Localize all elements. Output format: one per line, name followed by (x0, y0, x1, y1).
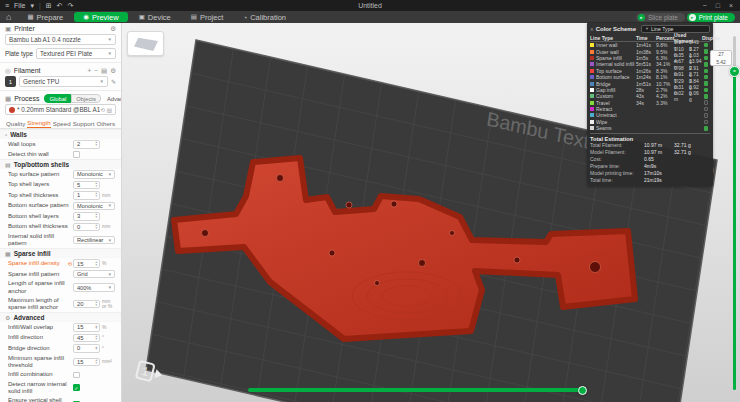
redo-icon[interactable]: ↷ (67, 2, 73, 10)
setting-checkbox[interactable]: ✓ (73, 384, 80, 391)
display-checkbox[interactable] (704, 62, 709, 67)
stepper-arrows-icon[interactable]: ▲▼ (95, 346, 98, 352)
setting-input[interactable]: 1▲▼ (73, 191, 100, 200)
line-type-name: Top surface (596, 68, 636, 74)
stepper-arrows-icon[interactable]: ▲▼ (95, 335, 98, 341)
display-checkbox[interactable] (704, 94, 709, 99)
print-plate-button[interactable]: ▸ Print plate (687, 13, 735, 23)
stepper-arrows-icon[interactable]: ▲▼ (95, 325, 98, 331)
save-icon[interactable]: ⊞ (46, 2, 52, 10)
setting-checkbox[interactable] (73, 151, 80, 158)
stepper-arrows-icon[interactable]: ▲▼ (95, 301, 98, 307)
display-checkbox[interactable] (704, 81, 709, 86)
line-type-percent: 6.3% (656, 55, 674, 61)
setting-select[interactable]: 400%▼ (73, 283, 115, 292)
process-mode-global[interactable]: Global (44, 94, 71, 103)
setting-input[interactable]: 0▲▼ (73, 344, 100, 353)
stepper-arrows-icon[interactable]: ▲▼ (95, 182, 98, 188)
tab-calibration[interactable]: ◔Calibration (234, 12, 295, 22)
process-tab-others[interactable]: Others (96, 120, 115, 128)
step-slider-track[interactable] (248, 388, 586, 392)
setting-input[interactable]: 20▲▼ (73, 300, 100, 309)
stepper-arrows-icon[interactable]: ▲▼ (95, 192, 98, 198)
printer-settings-gear-icon[interactable]: ⚙ (110, 25, 116, 33)
display-checkbox[interactable] (704, 49, 709, 54)
process-preset-select[interactable]: * 0.20mm Standard @BBL A1 ⟲ ▤ (5, 104, 116, 115)
display-checkbox[interactable] (704, 126, 709, 131)
setting-input[interactable]: 15▲▼ (73, 323, 100, 332)
setting-input[interactable]: 5▲▼ (73, 181, 100, 190)
app-menu-icon[interactable]: ≡ (5, 2, 9, 9)
display-checkbox[interactable] (704, 120, 709, 125)
stepper-arrows-icon[interactable]: ▲▼ (95, 359, 98, 365)
display-checkbox[interactable] (704, 69, 709, 74)
tab-prepare[interactable]: ▦Prepare (18, 12, 72, 22)
display-checkbox[interactable] (704, 100, 709, 105)
setting-row: Bottom surface patternMonotonic▼ (0, 201, 121, 212)
display-checkbox[interactable] (704, 88, 709, 93)
filament-preset-select[interactable]: Generic TPU ▼ (19, 76, 108, 87)
setting-select[interactable]: Grid▼ (73, 270, 115, 279)
setting-input[interactable]: 15▲▼ (73, 259, 100, 268)
process-tab-quality[interactable]: Quality (6, 120, 25, 128)
stepper-arrows-icon[interactable]: ▲▼ (95, 261, 98, 267)
layer-slider-handle[interactable]: = (729, 66, 740, 77)
setting-input[interactable]: 15▲▼ (73, 358, 100, 367)
filament-settings-gear-icon[interactable]: ⚙ (110, 67, 116, 75)
setting-input[interactable]: 45▲▼ (73, 334, 100, 343)
line-type-swatch (590, 101, 594, 105)
settings-group-header[interactable]: ▤Top/bottom shells (0, 159, 121, 169)
line-type-time: 28s (636, 87, 656, 93)
tab-device[interactable]: ▣Device (130, 12, 180, 22)
stepper-arrows-icon[interactable]: ▲▼ (95, 213, 98, 219)
collapse-panel-icon[interactable]: ∧ (590, 26, 594, 32)
setting-checkbox[interactable] (73, 372, 80, 379)
file-menu[interactable]: File (14, 2, 25, 9)
settings-group-header[interactable]: ▫Walls (0, 129, 121, 139)
stepper-arrows-icon[interactable]: ▲▼ (95, 141, 98, 147)
display-checkbox[interactable] (704, 56, 709, 61)
stepper-arrows-icon[interactable]: ▲▼ (95, 224, 98, 230)
revert-icon[interactable]: ⟲ (67, 261, 72, 267)
chevron-down-icon[interactable]: ▾ (30, 2, 34, 10)
settings-group-header[interactable]: ⚙Advanced (0, 312, 121, 322)
setting-row: Top shell layers5▲▼ (0, 180, 121, 191)
printer-preset-select[interactable]: Bambu Lab A1 0.4 nozzle ▼ (5, 34, 116, 45)
reset-preset-icon[interactable]: ⟲ (100, 107, 105, 113)
setting-select[interactable]: Rectilinear▼ (73, 236, 115, 245)
process-mode-objects[interactable]: Objects (71, 94, 101, 103)
home-icon[interactable]: ⌂ (6, 12, 11, 22)
minimize-icon[interactable]: − (703, 2, 707, 9)
step-slider-handle[interactable] (578, 386, 587, 395)
filament-edit-icon[interactable]: ✎ (111, 78, 116, 85)
plate-thumbnail-widget[interactable] (127, 31, 164, 56)
settings-group-header[interactable]: ▦Sparse infill (0, 248, 121, 258)
setting-input[interactable]: 0▲▼ (73, 223, 100, 232)
filament-list-icon[interactable]: ▤ (101, 67, 107, 75)
display-checkbox[interactable] (704, 43, 709, 48)
preset-menu-icon[interactable]: ▤ (107, 107, 112, 113)
remove-filament-icon[interactable]: − (94, 67, 98, 75)
maximize-icon[interactable]: □ (716, 2, 720, 9)
add-filament-icon[interactable]: + (87, 67, 91, 75)
layer-slider-track[interactable] (733, 70, 736, 390)
display-checkbox[interactable] (704, 75, 709, 80)
close-icon[interactable]: × (729, 2, 733, 9)
setting-input[interactable]: 3▲▼ (73, 212, 100, 221)
undo-icon[interactable]: ↶ (57, 2, 63, 10)
process-tab-speed[interactable]: Speed (53, 120, 71, 128)
plate-type-select[interactable]: Textured PEI Plate ▼ (36, 48, 116, 59)
layer-slider-track-upper[interactable] (733, 36, 736, 70)
slice-plate-button[interactable]: ▸ Slice plate (636, 13, 685, 23)
tab-project[interactable]: ▤Project (182, 12, 233, 22)
display-checkbox[interactable] (704, 107, 709, 112)
process-tab-strength[interactable]: Strength (27, 119, 50, 128)
line-type-swatch (590, 107, 594, 111)
setting-select[interactable]: Monotonic▼ (73, 170, 115, 179)
setting-select[interactable]: Monotonic▼ (73, 202, 115, 211)
setting-input[interactable]: 2▲▼ (73, 140, 100, 149)
tab-preview[interactable]: ◉Preview (74, 12, 127, 22)
display-checkbox[interactable] (704, 113, 709, 118)
filament-slot-chip[interactable]: 1 (5, 76, 16, 87)
process-tab-support[interactable]: Support (73, 120, 95, 128)
